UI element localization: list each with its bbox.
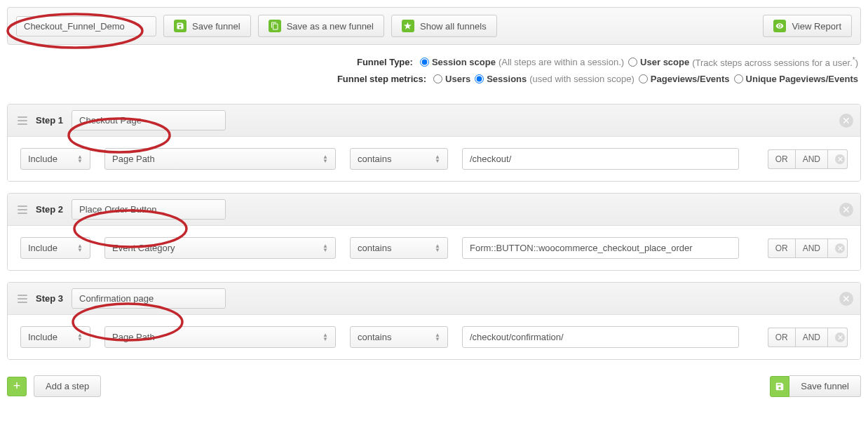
or-button[interactable]: OR bbox=[768, 238, 795, 258]
step-number-label: Step 2 bbox=[36, 204, 63, 215]
include-exclude-select[interactable]: Include▲▼ bbox=[20, 326, 90, 348]
funnel-type-user-radio[interactable] bbox=[628, 58, 637, 67]
step-number-label: Step 3 bbox=[36, 293, 63, 304]
operator-select[interactable]: contains▲▼ bbox=[350, 326, 448, 348]
metric-sessions[interactable]: Sessions (used with session scope) bbox=[475, 74, 635, 84]
funnel-step: Step 1 ✕ Include▲▼ Page Path▲▼ contains▲… bbox=[7, 104, 861, 182]
condition-value-input[interactable] bbox=[462, 326, 739, 348]
funnel-type-session[interactable]: Session scope (All steps are within a se… bbox=[420, 57, 624, 67]
remove-condition-button[interactable]: ✕ bbox=[828, 238, 848, 258]
metric-sessions-hint: (used with session scope) bbox=[529, 74, 635, 84]
metric-upv-text: Unique Pageviews/Events bbox=[746, 74, 858, 84]
include-label: Include bbox=[28, 243, 57, 253]
include-exclude-select[interactable]: Include▲▼ bbox=[20, 148, 90, 170]
funnel-options: Funnel Type: Session scope (All steps ar… bbox=[7, 45, 861, 93]
save-funnel-button[interactable]: Save funnel bbox=[163, 15, 251, 37]
step-condition-row: Include▲▼ Page Path▲▼ contains▲▼ OR AND … bbox=[8, 137, 860, 181]
user-scope-text: User scope bbox=[640, 57, 689, 67]
funnel-metrics-label: Funnel step metrics: bbox=[337, 74, 426, 84]
view-report-label: View Report bbox=[792, 21, 841, 32]
dimension-label: Page Path bbox=[112, 332, 155, 342]
funnel-type-label: Funnel Type: bbox=[357, 57, 413, 67]
metric-upv-radio[interactable] bbox=[734, 74, 743, 83]
metric-users[interactable]: Users bbox=[433, 74, 470, 84]
or-button[interactable]: OR bbox=[768, 328, 795, 347]
drag-handle-icon[interactable] bbox=[18, 206, 27, 214]
eye-icon bbox=[773, 20, 786, 32]
drag-handle-icon[interactable] bbox=[18, 295, 27, 303]
step-header: Step 3 ✕ bbox=[8, 283, 860, 315]
metric-unique-pageviews[interactable]: Unique Pageviews/Events bbox=[734, 74, 858, 84]
funnel-step: Step 2 ✕ Include▲▼ Event Category▲▼ cont… bbox=[7, 193, 861, 271]
metric-users-radio[interactable] bbox=[433, 74, 442, 83]
save-icon bbox=[174, 20, 187, 32]
view-report-button[interactable]: View Report bbox=[763, 15, 852, 37]
save-as-new-label: Save as a new funnel bbox=[287, 21, 374, 32]
remove-condition-button[interactable]: ✕ bbox=[828, 328, 848, 347]
dimension-select[interactable]: Page Path▲▼ bbox=[104, 326, 336, 348]
funnel-toolbar: Save funnel Save as a new funnel ★ Show … bbox=[7, 7, 861, 45]
and-button[interactable]: AND bbox=[795, 328, 828, 347]
session-scope-text: Session scope bbox=[432, 57, 496, 67]
dimension-select[interactable]: Page Path▲▼ bbox=[104, 148, 336, 170]
or-button[interactable]: OR bbox=[768, 149, 795, 169]
step-name-input[interactable] bbox=[72, 110, 226, 130]
include-exclude-select[interactable]: Include▲▼ bbox=[20, 237, 90, 259]
funnel-type-user[interactable]: User scope (Track steps across sessions … bbox=[628, 56, 858, 68]
funnel-step: Step 3 ✕ Include▲▼ Page Path▲▼ contains▲… bbox=[7, 282, 861, 360]
save-funnel-footer-icon[interactable] bbox=[770, 376, 789, 397]
show-all-funnels-label: Show all funnels bbox=[420, 21, 487, 32]
funnel-name-input[interactable] bbox=[16, 16, 156, 36]
metric-pageviews[interactable]: Pageviews/Events bbox=[639, 74, 730, 84]
include-label: Include bbox=[28, 154, 57, 164]
star-icon: ★ bbox=[402, 20, 414, 32]
funnel-type-session-radio[interactable] bbox=[420, 58, 429, 67]
operator-label: contains bbox=[358, 154, 391, 164]
drag-handle-icon[interactable] bbox=[18, 116, 27, 125]
step-name-input[interactable] bbox=[72, 288, 226, 309]
metric-pv-radio[interactable] bbox=[639, 74, 648, 83]
metric-pv-text: Pageviews/Events bbox=[651, 74, 730, 84]
step-number-label: Step 1 bbox=[36, 115, 63, 126]
operator-select[interactable]: contains▲▼ bbox=[350, 148, 448, 170]
step-header: Step 1 ✕ bbox=[8, 105, 860, 137]
remove-condition-button[interactable]: ✕ bbox=[828, 149, 848, 169]
add-step-button[interactable]: Add a step bbox=[34, 375, 101, 397]
remove-step-button[interactable]: ✕ bbox=[839, 114, 853, 128]
step-name-input[interactable] bbox=[72, 199, 226, 220]
add-step-plus-button[interactable]: + bbox=[7, 377, 27, 396]
metric-sessions-text: Sessions bbox=[487, 74, 527, 84]
save-as-new-button[interactable]: Save as a new funnel bbox=[258, 15, 384, 37]
remove-step-button[interactable]: ✕ bbox=[839, 203, 853, 217]
copy-icon bbox=[269, 20, 281, 32]
dimension-label: Event Category bbox=[112, 243, 175, 253]
step-header: Step 2 ✕ bbox=[8, 194, 860, 226]
user-scope-hint: (Track steps across sessions for a user.… bbox=[692, 56, 858, 68]
show-all-funnels-button[interactable]: ★ Show all funnels bbox=[391, 15, 497, 37]
and-button[interactable]: AND bbox=[795, 238, 828, 258]
save-funnel-footer-button[interactable]: Save funnel bbox=[789, 375, 861, 397]
and-button[interactable]: AND bbox=[795, 149, 828, 169]
dimension-select[interactable]: Event Category▲▼ bbox=[104, 237, 336, 259]
step-condition-row: Include▲▼ Event Category▲▼ contains▲▼ OR… bbox=[8, 226, 860, 270]
step-condition-row: Include▲▼ Page Path▲▼ contains▲▼ OR AND … bbox=[8, 315, 860, 359]
condition-value-input[interactable] bbox=[462, 237, 739, 259]
operator-label: contains bbox=[358, 243, 391, 253]
funnel-footer: + Add a step Save funnel bbox=[7, 375, 861, 397]
operator-select[interactable]: contains▲▼ bbox=[350, 237, 448, 259]
remove-step-button[interactable]: ✕ bbox=[839, 292, 853, 306]
include-label: Include bbox=[28, 332, 57, 342]
metric-sessions-radio[interactable] bbox=[475, 74, 484, 83]
save-funnel-label: Save funnel bbox=[192, 21, 240, 32]
dimension-label: Page Path bbox=[112, 154, 155, 164]
condition-value-input[interactable] bbox=[462, 148, 739, 170]
metric-users-text: Users bbox=[445, 74, 470, 84]
operator-label: contains bbox=[358, 332, 391, 342]
session-scope-hint: (All steps are within a session.) bbox=[499, 57, 624, 67]
